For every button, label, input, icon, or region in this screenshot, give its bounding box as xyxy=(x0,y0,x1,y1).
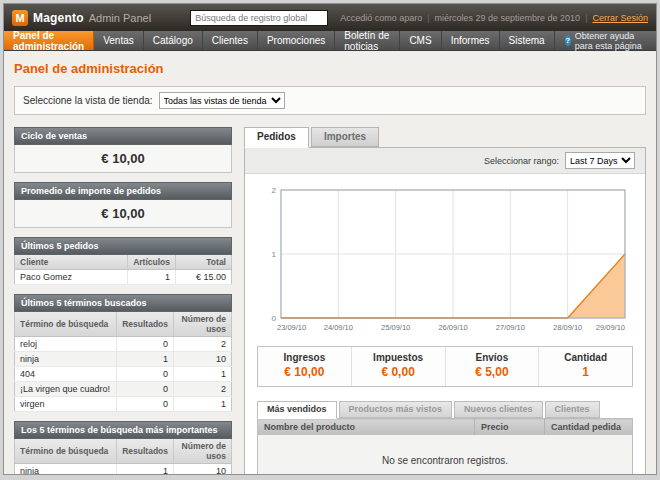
table-row[interactable]: Paco Gomez 1 € 15.00 xyxy=(15,270,232,285)
top-search-terms-box: Los 5 términos de búsqueda más important… xyxy=(14,421,232,475)
store-view-bar: Seleccione la vista de tienda: Todas las… xyxy=(14,86,646,115)
orders-chart: 01223/09/1024/09/1025/09/1026/09/1027/09… xyxy=(245,174,645,342)
col-header: Total xyxy=(176,255,232,270)
nav-item-catalogo[interactable]: Catálogo xyxy=(144,31,203,50)
col-header: Término de búsqueda xyxy=(15,312,117,337)
stat-cantidad: Cantidad 1 xyxy=(539,347,632,386)
stat-impuestos: Impuestos € 0,00 xyxy=(352,347,446,386)
last-orders-box: Últimos 5 pedidos Cliente Artículos Tota… xyxy=(14,237,232,285)
separator: | xyxy=(585,13,587,23)
box-title: Últimos 5 términos buscados xyxy=(14,294,232,312)
stat-value: € 10,00 xyxy=(258,365,351,379)
separator: | xyxy=(427,13,429,23)
cell: Paco Gomez xyxy=(15,270,128,285)
svg-text:2: 2 xyxy=(272,186,277,195)
table-row[interactable]: virgen 0 1 xyxy=(15,397,232,412)
table-row[interactable]: reloj 0 2 xyxy=(15,337,232,352)
svg-text:1: 1 xyxy=(272,250,277,259)
cell: € 15.00 xyxy=(176,270,232,285)
magento-admin-window: M Magento Admin Panel Accedió como aparo… xyxy=(3,3,657,475)
cell: 0 xyxy=(117,382,174,397)
tab-pedidos[interactable]: Pedidos xyxy=(244,127,309,148)
table-row[interactable]: 404 0 1 xyxy=(15,367,232,382)
lifetime-sales-box: Ciclo de ventas € 10,00 xyxy=(14,127,232,173)
nav-item-boletin[interactable]: Boletín de noticias xyxy=(335,31,400,50)
cell: reloj xyxy=(15,337,117,352)
help-icon: ? xyxy=(565,35,571,46)
svg-text:24/09/10: 24/09/10 xyxy=(324,323,353,332)
cell: 2 xyxy=(174,337,232,352)
tab-productos-mas-vistos[interactable]: Productos más vistos xyxy=(339,401,453,418)
totals-row: Ingresos € 10,00 Impuestos € 0,00 Envíos… xyxy=(257,346,633,387)
cell: 0 xyxy=(117,337,174,352)
top-search-terms-table: Término de búsqueda Resultados Número de… xyxy=(14,439,232,475)
cell: ¡La virgen que cuadro! xyxy=(15,382,117,397)
dashboard-left-column: Ciclo de ventas € 10,00 Promedio de impo… xyxy=(14,127,232,475)
col-header: Resultados xyxy=(117,439,174,464)
cell: virgen xyxy=(15,397,117,412)
box-title: Los 5 términos de búsqueda más important… xyxy=(14,421,232,439)
nav-item-clientes[interactable]: Clientes xyxy=(203,31,258,50)
logo-subtitle: Admin Panel xyxy=(89,12,151,24)
svg-text:25/09/10: 25/09/10 xyxy=(381,323,410,332)
col-header: Nombre del producto xyxy=(258,419,475,436)
table-row[interactable]: ¡La virgen que cuadro! 0 2 xyxy=(15,382,232,397)
cell: 0 xyxy=(117,367,174,382)
range-label: Seleccionar rango: xyxy=(484,156,559,166)
svg-text:0: 0 xyxy=(272,314,277,323)
col-header: Número de usos xyxy=(174,439,232,464)
box-title: Últimos 5 pedidos xyxy=(14,237,232,255)
products-grid: Nombre del producto Precio Cantidad pedi… xyxy=(257,418,633,475)
cell: 10 xyxy=(174,352,232,367)
empty-row: No se encontraron registros. xyxy=(258,435,633,475)
store-view-select[interactable]: Todas las vistas de tienda xyxy=(159,92,285,109)
tab-nuevos-clientes[interactable]: Nuevos clientes xyxy=(454,401,543,418)
last-search-terms-box: Últimos 5 términos buscados Término de b… xyxy=(14,294,232,412)
dashboard-content: Panel de administración Seleccione la vi… xyxy=(4,51,656,475)
nav-item-cms[interactable]: CMS xyxy=(400,31,441,50)
lifetime-sales-value: € 10,00 xyxy=(14,145,232,173)
diagram-tabs: Pedidos Importes xyxy=(244,127,646,147)
cell: ninja xyxy=(15,352,117,367)
page-title: Panel de administración xyxy=(14,61,646,76)
cell: 1 xyxy=(174,367,232,382)
range-select[interactable]: Last 7 Days xyxy=(565,152,635,169)
col-header: Artículos xyxy=(128,255,176,270)
nav-item-dashboard[interactable]: Panel de administración xyxy=(4,31,94,50)
table-row[interactable]: ninja 1 10 xyxy=(15,352,232,367)
logout-link[interactable]: Cerrar Sesión xyxy=(592,13,648,23)
tab-clientes[interactable]: Clientes xyxy=(545,401,600,418)
logo-title: Magento xyxy=(33,11,84,25)
col-header: Precio xyxy=(475,419,545,436)
box-title: Ciclo de ventas xyxy=(14,127,232,145)
svg-text:23/09/10: 23/09/10 xyxy=(277,323,306,332)
nav-item-ventas[interactable]: Ventas xyxy=(94,31,144,50)
table-row[interactable]: ninja 1 10 xyxy=(15,464,232,476)
page-help-link[interactable]: ? Obtener ayuda para esta página xyxy=(555,31,656,50)
svg-text:28/09/10: 28/09/10 xyxy=(553,323,582,332)
stat-label: Cantidad xyxy=(539,352,632,363)
stat-ingresos: Ingresos € 10,00 xyxy=(258,347,352,386)
average-orders-value: € 10,00 xyxy=(14,200,232,228)
nav-item-promociones[interactable]: Promociones xyxy=(258,31,335,50)
stat-label: Impuestos xyxy=(352,352,445,363)
grid-tabs: Más vendidos Productos más vistos Nuevos… xyxy=(257,401,633,418)
header: M Magento Admin Panel Accedió como aparo… xyxy=(4,4,656,31)
stat-value: € 0,00 xyxy=(352,365,445,379)
tab-mas-vendidos[interactable]: Más vendidos xyxy=(257,401,337,419)
cell: 2 xyxy=(174,382,232,397)
header-user-info: Accedió como aparo | miércoles 29 de sep… xyxy=(340,13,648,23)
nav-item-informes[interactable]: Informes xyxy=(442,31,500,50)
global-search-input[interactable] xyxy=(190,10,328,26)
col-header: Número de usos xyxy=(174,312,232,337)
col-header: Cliente xyxy=(15,255,128,270)
stat-value: € 5,00 xyxy=(446,365,539,379)
svg-text:29/09/10: 29/09/10 xyxy=(596,323,625,332)
nav-item-sistema[interactable]: Sistema xyxy=(500,31,555,50)
col-header: Cantidad pedida xyxy=(545,419,633,436)
tab-importes[interactable]: Importes xyxy=(311,127,379,147)
dashboard-right-column: Pedidos Importes Seleccionar rango: Last… xyxy=(244,127,646,475)
cell: 1 xyxy=(174,397,232,412)
last-search-terms-table: Término de búsqueda Resultados Número de… xyxy=(14,312,232,412)
stat-label: Envíos xyxy=(446,352,539,363)
